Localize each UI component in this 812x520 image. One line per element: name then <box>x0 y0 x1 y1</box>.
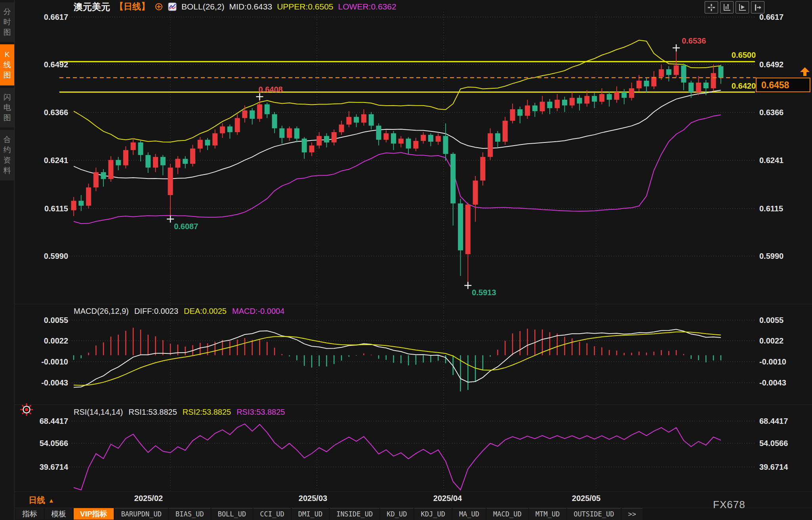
indicator-tab-dmi-ud[interactable]: DMI_UD <box>292 508 329 520</box>
rsi-axis-left-tick: 68.4417 <box>24 417 68 426</box>
boll-mid-value: MID:0.6433 <box>229 2 273 11</box>
period-tag[interactable]: 【日线】 <box>115 1 150 13</box>
axis-right-tick: 0.6115 <box>759 204 783 213</box>
price-mark-label-low-feb: 0.6087 <box>174 222 198 231</box>
macd-axis-right-tick: 0.0022 <box>759 336 783 345</box>
play-axis-icon[interactable] <box>736 1 749 13</box>
rsi-axis-right-tick: 54.0566 <box>759 439 788 448</box>
chart-toolbar <box>705 1 764 13</box>
indicator-tab-inside-ud[interactable]: INSIDE_UD <box>330 508 379 520</box>
axis-left-tick: 0.6492 <box>24 60 68 69</box>
current-price-arrow-icon <box>799 66 810 78</box>
sidebar-item-4[interactable]: 合约资料 <box>0 130 14 180</box>
axis-left-tick: 0.6366 <box>24 108 68 117</box>
macd-title: MACD(26,12,9) <box>74 307 129 316</box>
sidebar-item-1[interactable]: 分时图 <box>0 2 14 42</box>
macd-plot <box>74 328 721 391</box>
price-mark-label-high-mar: 0.6408 <box>259 85 283 94</box>
macd-diff-value: DIFF:0.0023 <box>134 307 178 316</box>
rsi-axis-right-tick: 68.4417 <box>759 417 788 426</box>
macd-axis-left-tick: 0.0055 <box>24 316 68 325</box>
rsi-plot <box>74 424 721 490</box>
current-price-box: 0.6458 <box>756 78 810 92</box>
indicator-tab--[interactable]: >> <box>622 508 642 520</box>
macd-header: MACD(26,12,9) DIFF:0.0023 DEA:0.0025 MAC… <box>74 307 284 316</box>
indicator-tab-macd-ud[interactable]: MACD_UD <box>487 508 528 520</box>
macd-macd-value: MACD:-0.0004 <box>232 307 284 316</box>
boll-lower-value: LOWER:0.6362 <box>338 2 396 11</box>
boll-upper-value: UPPER:0.6505 <box>277 2 333 11</box>
indicator-tab-barupdn-ud[interactable]: BARUPDN_UD <box>115 508 168 520</box>
indicator-tab-cci-ud[interactable]: CCI_UD <box>254 508 290 520</box>
axis-left-tick: 0.5990 <box>24 252 68 261</box>
rsi-header: RSI(14,14,14) RSI1:53.8825 RSI2:53.8825 … <box>74 408 285 417</box>
axis-right-tick: 0.6366 <box>759 108 783 117</box>
indicator-tabbar: 指标模板VIP指标BARUPDN_UDBIAS_UDBOLL_UDCCI_UDD… <box>16 508 642 520</box>
rsi1-value: RSI1:53.8825 <box>129 408 177 417</box>
indicator-chart-icon[interactable] <box>168 2 177 11</box>
chart-canvas[interactable] <box>0 0 812 520</box>
candlesticks <box>71 48 724 285</box>
shift-right-icon[interactable] <box>751 1 764 13</box>
macd-axis-right-tick: 0.0055 <box>759 316 783 325</box>
crosshair-icon[interactable] <box>705 1 718 13</box>
rsi-axis-right-tick: 39.6714 <box>759 463 788 472</box>
macd-axis-left-tick: 0.0022 <box>24 336 68 345</box>
symbol-title: 澳元美元 <box>74 1 110 13</box>
horizontal-price-lines <box>59 62 755 92</box>
macd-dea-value: DEA:0.0025 <box>184 307 227 316</box>
macd-axis-right-tick: -0.0043 <box>759 378 786 387</box>
axis-right-tick: 0.5990 <box>759 252 783 261</box>
price-mark-crosses <box>167 44 680 289</box>
indicator-tab--[interactable]: 指标 <box>16 508 44 520</box>
rsi2-value: RSI2:53.8825 <box>183 408 231 417</box>
bollinger-bands <box>74 40 721 224</box>
rsi-title: RSI(14,14,14) <box>74 408 123 417</box>
time-axis-label: 2025/04 <box>433 494 462 503</box>
sidebar-item-2[interactable]: K线图 <box>0 44 14 85</box>
price-mark-label-low-apr: 0.5913 <box>472 288 496 297</box>
axis-right-tick: 0.6617 <box>759 13 783 22</box>
watermark: FX678 <box>713 499 745 511</box>
rsi-axis-left-tick: 39.6714 <box>24 463 68 472</box>
indicator-tab-outside-ud[interactable]: OUTSIDE_UD <box>567 508 620 520</box>
macd-axis-left-tick: -0.0010 <box>24 357 68 366</box>
axis-right-tick: 0.6492 <box>759 60 783 69</box>
indicator-tab-vip-[interactable]: VIP指标 <box>74 508 114 520</box>
chart-header: 澳元美元 【日线】 BOLL(26,2) MID:0.6433 UPPER:0.… <box>74 1 396 13</box>
boll-title: BOLL(26,2) <box>181 2 225 11</box>
macd-axis-right-tick: -0.0010 <box>759 357 786 366</box>
period-selector[interactable]: 日线 ▲ <box>29 495 54 506</box>
period-arrow-icon: ▲ <box>48 497 54 504</box>
axis-left-tick: 0.6115 <box>24 204 68 213</box>
hline-upper-label: 0.6500 <box>725 51 756 60</box>
indicator-tab--[interactable]: 模板 <box>45 508 72 520</box>
macd-axis-left-tick: -0.0043 <box>24 378 68 387</box>
time-axis-label: 2025/02 <box>134 494 163 503</box>
panel-separator-xaxis <box>14 492 812 492</box>
indicator-tab-ma-ud[interactable]: MA_UD <box>453 508 486 520</box>
sidebar: 分时图K线图闪电图合约资料 <box>0 0 15 520</box>
axis-left-tick: 0.6617 <box>24 13 68 22</box>
axis-right-tick: 0.6241 <box>759 156 783 165</box>
period-label: 日线 <box>29 495 45 506</box>
indicator-tab-boll-ud[interactable]: BOLL_UD <box>212 508 253 520</box>
panel-separator-rsi <box>14 404 812 405</box>
indicator-tab-bias-ud[interactable]: BIAS_UD <box>169 508 210 520</box>
rsi-axis-left-tick: 54.0566 <box>24 439 68 448</box>
time-axis-label: 2025/03 <box>299 494 327 503</box>
panel-separator-macd <box>14 304 812 304</box>
rsi3-value: RSI3:53.8825 <box>236 408 285 417</box>
indicator-tab-kd-ud[interactable]: KD_UD <box>380 508 413 520</box>
sidebar-item-3[interactable]: 闪电图 <box>0 88 14 127</box>
price-mark-label-high-may: 0.6536 <box>682 36 706 46</box>
time-axis-label: 2025/05 <box>572 494 600 503</box>
indicator-tab-mtm-ud[interactable]: MTM_UD <box>529 508 566 520</box>
hline-lower-label: 0.6420 <box>725 82 756 91</box>
axis-left-tick: 0.6241 <box>24 156 68 165</box>
indicator-tab-kdj-ud[interactable]: KDJ_UD <box>414 508 451 520</box>
compare-add-icon[interactable] <box>154 2 163 11</box>
zoom-axis-icon[interactable] <box>720 1 734 13</box>
